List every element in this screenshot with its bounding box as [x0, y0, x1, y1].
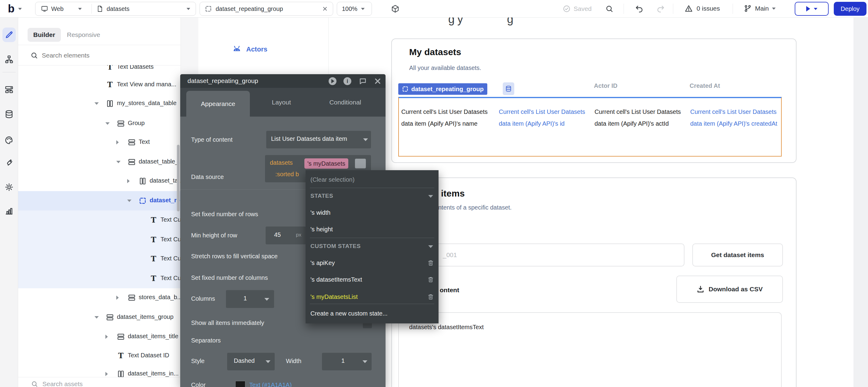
separator-width-select[interactable]: 1 — [322, 353, 372, 370]
tree-item-dataset-repeating-group-selected[interactable]: dataset_re... — [18, 191, 181, 211]
search-assets-placeholder[interactable]: Search assets — [42, 380, 83, 387]
tab-layout[interactable]: Layout — [260, 88, 303, 117]
tree-item-my-stores-data-table[interactable]: my_stores_data_table — [18, 94, 181, 113]
mode-selector[interactable]: Web — [35, 2, 91, 15]
tree-item-dataset-items-in[interactable]: dataset_items_in... — [18, 364, 181, 377]
menu-item-create-custom-state[interactable]: Create a new custom state... — [306, 307, 438, 320]
tree-item-stores-data-b[interactable]: stores_data_b... — [18, 288, 181, 308]
menu-item-apikey[interactable]: 's apiKey — [306, 256, 438, 269]
undo-icon[interactable] — [635, 4, 644, 13]
tree-item-text-view[interactable]: T Text View and mana... — [18, 75, 181, 95]
separator-style-select[interactable]: Dashed — [227, 353, 275, 370]
plugins-tab[interactable] — [4, 158, 13, 167]
workflow-tab[interactable] — [4, 55, 13, 64]
trash-icon[interactable] — [427, 259, 434, 266]
menu-header-custom-states[interactable]: CUSTOM STATES — [306, 239, 438, 253]
get-dataset-items-button[interactable]: Get dataset items — [692, 244, 783, 266]
group-icon — [128, 158, 136, 166]
tab-conditional[interactable]: Conditional — [316, 88, 374, 117]
menu-item-height[interactable]: 's height — [306, 223, 438, 236]
page-selector[interactable]: datasets — [91, 2, 196, 15]
search-icon[interactable] — [605, 4, 614, 13]
design-tab[interactable] — [4, 30, 13, 39]
tree-item-dataset-items-title[interactable]: dataset_items_title — [18, 327, 181, 347]
select-value: 1 — [341, 357, 345, 364]
property-tabs: Appearance Layout Conditional — [180, 88, 385, 117]
cell-actid[interactable]: Current cell's List User Datasets data i… — [594, 106, 685, 130]
data-source-chip-button[interactable] — [503, 83, 514, 95]
tree-item-text-cu[interactable]: T Text Cu... — [18, 249, 181, 268]
settings-tab[interactable] — [4, 183, 13, 192]
chevron-down-icon[interactable] — [116, 161, 121, 163]
tree-item-text-cu[interactable]: T Text Cu... — [18, 269, 181, 288]
cell-id[interactable]: Current cell's List User Datasets data i… — [499, 106, 590, 130]
menu-item-clear-selection[interactable]: (Clear selection) — [306, 173, 438, 186]
preview-play-button[interactable] — [329, 77, 337, 85]
app-menu[interactable]: b — [8, 2, 22, 16]
info-icon[interactable]: i — [343, 77, 351, 85]
dataset-id-input[interactable]: _001 — [398, 244, 684, 266]
repeating-group-row[interactable]: Current cell's List User Datasets data i… — [398, 97, 782, 157]
chevron-down-icon[interactable] — [127, 199, 131, 202]
tree-item-text-cu[interactable]: T Text Cu... — [18, 230, 181, 250]
chevron-right-icon[interactable] — [127, 179, 130, 183]
group-icon — [117, 333, 125, 341]
selected-element-badge[interactable]: dataset_repeating_group — [398, 83, 487, 95]
tree-item-dataset-items-group[interactable]: dataset_items_group — [18, 308, 181, 327]
chevron-down-icon[interactable] — [105, 122, 110, 125]
chevron-down-icon[interactable] — [94, 316, 99, 319]
menu-item-mydatasetslist-selected[interactable]: 's myDatasetsList — [306, 290, 438, 303]
tab-builder[interactable]: Builder — [28, 28, 61, 42]
color-swatch[interactable] — [235, 381, 245, 387]
color-value-link[interactable]: Text (#1A1A1A) — [249, 382, 292, 387]
search-elements-input[interactable] — [42, 49, 157, 62]
tree-item-text-cu[interactable]: T Text Cu... — [18, 211, 181, 230]
cell-name[interactable]: Current cell's List User Datasets data i… — [401, 106, 492, 130]
cell-createdat[interactable]: Current cell's List User Datasets data i… — [690, 106, 781, 130]
trash-icon[interactable] — [427, 276, 434, 283]
chevron-right-icon[interactable] — [116, 295, 119, 300]
property-editor-titlebar[interactable]: dataset_repeating_group i — [180, 74, 385, 88]
preview-button[interactable] — [795, 2, 829, 16]
chevron-right-icon[interactable] — [116, 140, 119, 144]
trash-icon[interactable] — [427, 293, 434, 300]
zoom-control[interactable]: 100% — [337, 2, 372, 16]
redo-icon[interactable] — [656, 4, 665, 13]
tree-item-text-dataset-id[interactable]: T Text Dataset ID — [18, 346, 181, 365]
tree-item-dataset-table[interactable]: dataset_table_... — [18, 152, 181, 172]
chevron-right-icon[interactable] — [105, 372, 108, 376]
data-tab[interactable] — [4, 109, 13, 119]
menu-item-datasetitemstext[interactable]: 's datasetItemsText — [306, 273, 438, 286]
columns-select[interactable]: 1 — [226, 290, 274, 308]
chevron-right-icon[interactable] — [105, 334, 108, 339]
deploy-button[interactable]: Deploy — [834, 2, 867, 16]
reusables-tab[interactable] — [4, 85, 13, 94]
tree-scrollbar[interactable] — [177, 145, 180, 212]
styles-tab[interactable] — [4, 136, 13, 145]
branch-selector[interactable]: Main — [744, 4, 776, 13]
sidebar-item-actors[interactable]: Actors — [232, 42, 268, 56]
chevron-down-icon[interactable] — [94, 102, 99, 105]
tab-responsive[interactable]: Responsive — [67, 28, 100, 42]
expression-more-button[interactable] — [355, 159, 366, 168]
cube-icon[interactable] — [391, 4, 400, 13]
comment-icon[interactable] — [359, 77, 367, 85]
close-icon[interactable] — [322, 6, 328, 12]
tab-label: Responsive — [67, 31, 100, 38]
tree-item-dataset-ta[interactable]: dataset_ta... — [18, 171, 181, 191]
logs-tab[interactable] — [4, 206, 13, 216]
issues-indicator[interactable]: 0 issues — [684, 4, 720, 13]
type-of-content-select[interactable]: List User Datasets data item — [266, 131, 371, 149]
group-icon — [117, 120, 125, 128]
tree-item-text[interactable]: Text — [18, 133, 181, 152]
tab-appearance[interactable]: Appearance — [186, 91, 250, 117]
tree-item-group[interactable]: Group — [18, 114, 181, 133]
download-csv-button[interactable]: Download as CSV — [676, 276, 783, 303]
close-icon[interactable] — [374, 77, 381, 85]
raw-content-box[interactable]: datasets's datasetItemsText — [398, 312, 782, 387]
menu-header-states[interactable]: STATES — [306, 189, 438, 202]
menu-item-width[interactable]: 's width — [306, 206, 438, 219]
element-tab[interactable]: dataset_repeating_group — [199, 2, 333, 16]
expression-chip[interactable]: 's myDatasets — [304, 158, 348, 169]
min-height-input[interactable]: 45 px — [266, 226, 306, 245]
